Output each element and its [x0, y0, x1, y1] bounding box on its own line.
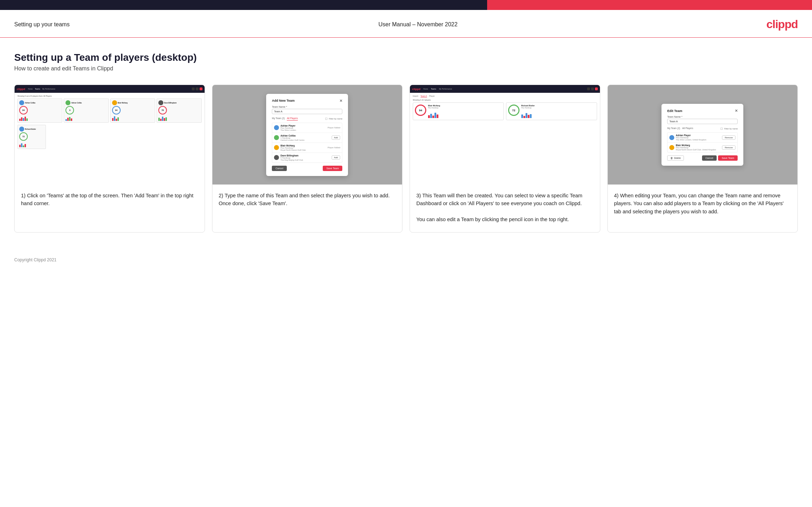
bar	[69, 117, 70, 121]
mock-player-card-4: Dave Billingham 78	[157, 98, 201, 123]
mock-filter2-3: Showing 2 of 2 players	[413, 99, 597, 101]
cards-row: clippd Home Teams My Performance	[14, 85, 798, 233]
bar	[65, 119, 67, 121]
bar2	[434, 113, 436, 118]
logo: clippd	[766, 18, 798, 31]
mock-pname-4: Dave Billingham	[280, 154, 303, 157]
checkbox-icon-4	[721, 128, 723, 130]
mock-score-1: 84	[19, 106, 28, 114]
mock-player-info-3: Blair McHarg Plus HandicapRoyal North De…	[274, 144, 306, 151]
card-3-screenshot: clippd Home Teams My Performance Import	[410, 85, 600, 185]
mock-nav-home-3: Home	[423, 88, 428, 90]
mock-dashboard-1: clippd Home Teams My Performance	[15, 85, 205, 185]
mock-nav-perf-3: My Performance	[439, 88, 452, 90]
mock-pname3-1: Blair McHarg	[428, 105, 440, 107]
mock-player-header-4: Dave Billingham	[158, 100, 200, 105]
mock-edit-footer-4: 🗑 Delete Cancel Save Team	[667, 155, 738, 161]
card-2-screenshot: Add New Team ✕ Team Name * Team A My Tea…	[212, 85, 402, 185]
bar2	[528, 115, 529, 118]
mock-edit-pclub-1: Plus HandicapThe Shire London, United Ki…	[676, 137, 706, 141]
mock-edit-pname-2: Blair McHarg	[676, 144, 716, 146]
mock-bars-1	[19, 115, 60, 121]
mock-bars-3	[112, 115, 153, 121]
mock-avatar-p3	[274, 145, 279, 150]
page-subtitle: How to create and edit Teams in Clippd	[14, 65, 798, 72]
mock-bars-2	[65, 115, 107, 121]
mock-score-4: 78	[158, 106, 167, 114]
bar2	[523, 116, 525, 118]
mock-player-details-3: Blair McHarg Plus HandicapRoyal North De…	[280, 144, 306, 151]
bar2	[437, 114, 438, 118]
card-3: clippd Home Teams My Performance Import	[410, 85, 600, 233]
mock-team-name-input-4[interactable]: Team A	[667, 119, 738, 124]
mock-bars2-1	[428, 110, 440, 118]
mock-remove-btn-1[interactable]: Remove	[722, 135, 735, 140]
mock-remove-btn-2[interactable]: Remove	[722, 145, 735, 150]
mock-avatar-5	[19, 127, 24, 132]
mock-added-badge-3: Player Added	[328, 146, 341, 149]
mock-avatar-p1	[274, 125, 279, 130]
mock-save-btn-2[interactable]: Save Team	[323, 166, 342, 171]
mock-edit-dialog-title-4: Edit Team ✕	[667, 109, 738, 113]
mock-team-content-3: Import Team A Player Showing 2 of 2 play…	[410, 93, 600, 122]
mock-player-details-2: Adrian Coliba 1 HandicapCentral London G…	[280, 134, 304, 141]
card-4-text: 4) When editing your Team, you can chang…	[608, 185, 798, 232]
top-bar	[0, 0, 812, 10]
mock-player-card-5: Richard Butler 72	[17, 125, 46, 149]
card-1: clippd Home Teams My Performance	[14, 85, 205, 233]
mock-player-info-1: Adrian Player Plus HandicapThe Shire Lon…	[274, 124, 296, 131]
mock-team-player-1: 94 Blair McHarg Plus Handicap	[413, 102, 504, 120]
mock-edit-pclub-2: Plus HandicapRoyal North Devon Golf Club…	[676, 146, 716, 151]
mock-avatar-2	[65, 100, 70, 105]
mock-add-btn-dave[interactable]: Add	[332, 155, 341, 160]
mock-player-details-4: Dave Billingham 5 HandicapThe Dog Majing…	[280, 154, 303, 161]
trash-icon: 🗑	[670, 157, 673, 159]
mock-pname-3: Blair McHarg	[280, 144, 306, 147]
mock-added-badge-1: Player Added	[328, 127, 341, 129]
mock-close-btn-2[interactable]: ✕	[339, 99, 342, 103]
bar	[112, 118, 114, 121]
bar2	[428, 115, 430, 118]
mock-nav-teams: Teams	[35, 88, 40, 90]
mock-team-name-label-2: Team Name *	[272, 106, 342, 108]
mock-nav-links: Home Teams My Performance	[28, 88, 56, 90]
mock-edit-player-row-1: Adrian Player Plus HandicapThe Shire Lon…	[668, 133, 737, 143]
bar	[116, 119, 117, 121]
bar2	[530, 114, 532, 118]
bar2	[526, 113, 527, 118]
bar	[21, 143, 22, 147]
mock-cancel-btn-4[interactable]: Cancel	[702, 155, 717, 161]
mock-team-header-3: clippd Home Teams My Performance	[410, 85, 600, 93]
mock-player-name-5: Richard Butler	[25, 128, 36, 130]
mock-player-row-2: Adrian Coliba 1 HandicapCentral London G…	[272, 133, 342, 143]
mock-add-btn-coliba[interactable]: Add	[332, 135, 341, 140]
mock-edit-footer-btns: Cancel Save Team	[702, 155, 738, 161]
mock-big-score-2: 72	[508, 105, 520, 116]
bar2	[432, 116, 434, 118]
mock-team-tabs-3: Import Team A Player	[413, 95, 597, 97]
mock-filter-checkbox-2: Filter by name	[325, 118, 342, 120]
card-4-screenshot: Edit Team ✕ Team Name * Team A My Team (…	[608, 85, 798, 185]
mock-close-btn-4[interactable]: ✕	[735, 109, 738, 113]
mock-team-name-input-2[interactable]: Team A	[272, 109, 342, 114]
mock-big-score-1: 94	[415, 105, 426, 116]
mock-cancel-btn-2[interactable]: Cancel	[272, 166, 287, 171]
mock-tab-my-team-2[interactable]: My Team (2)	[272, 117, 285, 120]
mock-tab-all-players-4[interactable]: All Players	[682, 127, 693, 130]
main-content: Setting up a Team of players (desktop) H…	[0, 38, 812, 250]
nav-btn-1	[587, 87, 590, 90]
mock-player-name-1: Adrian Coliba	[25, 102, 35, 104]
bar	[165, 117, 167, 121]
mock-tab-all-players-2[interactable]: All Players	[287, 117, 298, 121]
mock-edit-player-info-1: Adrian Player Plus HandicapThe Shire Lon…	[669, 134, 706, 141]
mock-avatar-p2	[274, 135, 279, 140]
mock-dialog-2: Add New Team ✕ Team Name * Team A My Tea…	[266, 94, 348, 176]
mock-players-grid: Adrian Coliba 84	[17, 98, 202, 123]
mock-save-btn-4[interactable]: Save Team	[718, 155, 738, 161]
header-center: User Manual – November 2022	[379, 21, 458, 28]
mock-delete-btn-4[interactable]: 🗑 Delete	[667, 155, 684, 161]
bar	[162, 117, 163, 121]
mock-tab-my-team-4[interactable]: My Team (2)	[667, 127, 680, 130]
bar	[19, 145, 21, 147]
mock-avatar-4	[158, 100, 163, 105]
